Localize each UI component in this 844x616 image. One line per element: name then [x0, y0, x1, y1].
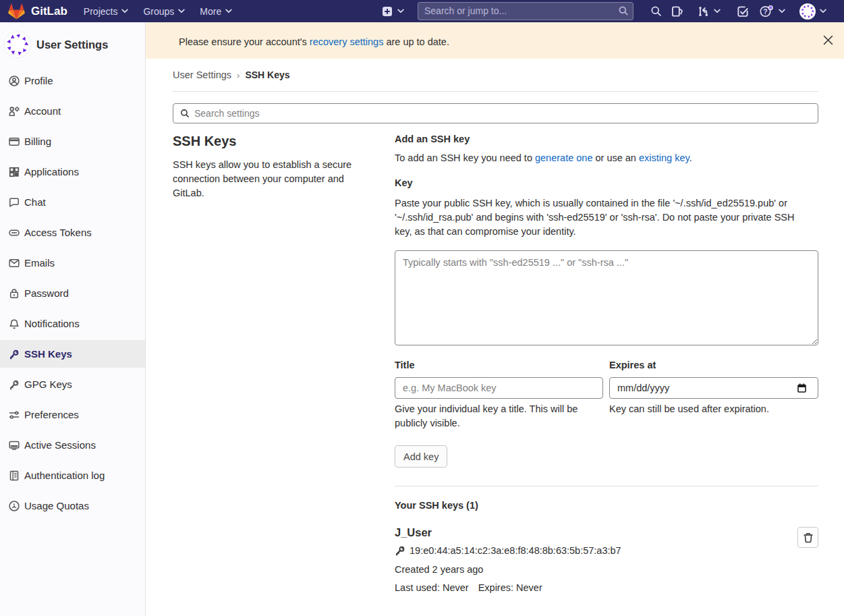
svg-text:?: ? — [763, 7, 767, 16]
